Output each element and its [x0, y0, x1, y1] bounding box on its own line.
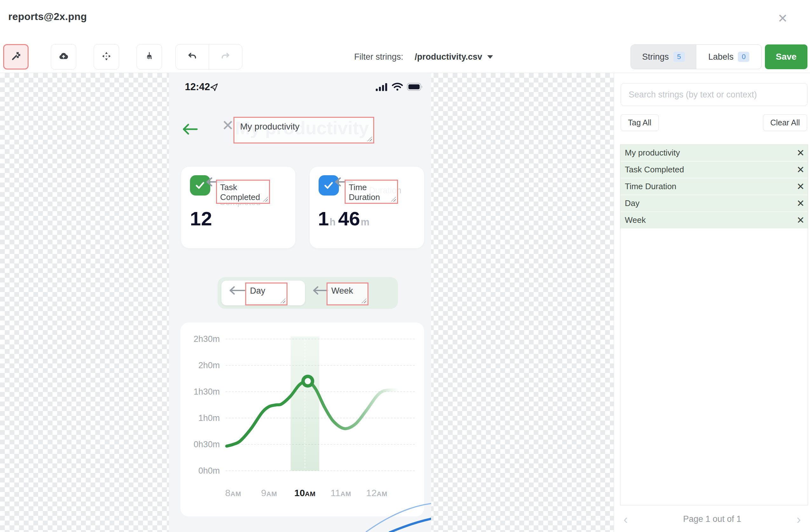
move-tool-button[interactable] [94, 44, 119, 69]
string-row[interactable]: My productivity ✕ [620, 145, 808, 162]
chart-line-series [227, 381, 398, 446]
duration-hours-unit: h [329, 216, 336, 228]
tab-strings-label: Strings [642, 52, 669, 62]
annotation-resize-handle[interactable] [263, 197, 268, 202]
remove-string-icon[interactable]: ✕ [797, 195, 805, 211]
tag-pointer-arrow-icon [228, 286, 246, 297]
string-text: My productivity [620, 148, 680, 158]
brush-icon [144, 51, 155, 63]
string-row[interactable]: Day ✕ [620, 195, 808, 212]
strings-count-badge: 5 [674, 52, 685, 62]
duration-minutes: 46 [338, 207, 360, 230]
x-tick-label: 8AM [225, 487, 241, 498]
remove-string-icon[interactable]: ✕ [797, 162, 805, 178]
time-duration-value: 1h46m [318, 207, 372, 230]
annotation-week-text: Week [327, 283, 368, 296]
save-button[interactable]: Save [765, 45, 808, 69]
filter-file-value: /productivity.csv [415, 52, 483, 62]
annotation-box-week[interactable]: Week [326, 283, 369, 305]
battery-icon [407, 83, 423, 92]
wifi-icon [392, 83, 403, 93]
tasks-completed-value: 12 [190, 207, 212, 230]
annotation-box-task-completed[interactable]: Task Completed [216, 180, 270, 204]
redo-button[interactable] [209, 45, 242, 69]
upload-tool-button[interactable] [51, 44, 76, 69]
decorative-blue-curves [336, 496, 431, 532]
editor-canvas[interactable]: 12:42 [0, 73, 614, 532]
clear-all-button[interactable]: Clear All [763, 114, 807, 131]
toolbar: Filter strings: /productivity.csv String… [0, 40, 810, 73]
remove-string-icon[interactable]: ✕ [797, 212, 805, 228]
string-row[interactable]: Time Duration ✕ [620, 178, 808, 195]
undo-redo-group [175, 44, 242, 69]
card-time-duration: Time Duration Time Duration 1h46m [310, 167, 424, 248]
search-input[interactable] [621, 83, 808, 106]
string-text: Day [620, 198, 639, 208]
annotation-resize-handle[interactable] [391, 197, 396, 202]
filter-strings-label: Filter strings: [354, 52, 403, 62]
tab-strings[interactable]: Strings 5 [631, 45, 696, 69]
document-title: reports@2x.png [8, 11, 87, 22]
pagination: ‹ Page 1 out of 1 › [614, 512, 810, 528]
annotation-resize-handle[interactable] [367, 136, 372, 141]
upload-cloud-icon [59, 51, 69, 63]
brush-tool-button[interactable] [136, 44, 162, 69]
annotation-resize-handle[interactable] [280, 298, 285, 303]
annotation-box-title[interactable]: My productivity [233, 117, 374, 144]
annotation-box-day[interactable]: Day [245, 283, 288, 305]
chevron-down-icon [487, 55, 493, 59]
string-row[interactable]: Task Completed ✕ [620, 162, 808, 178]
move-icon [101, 51, 112, 63]
x-tick-label: 10AM [294, 487, 315, 498]
chevron-right-icon[interactable]: › [797, 512, 801, 527]
annotation-time-text: Time Duration [345, 181, 384, 202]
card-task-completed: Task Completed Task Completed 12 [181, 167, 295, 248]
magic-wand-tool-button[interactable] [3, 44, 29, 69]
magic-wand-icon [11, 51, 21, 63]
remove-string-icon[interactable]: ✕ [797, 145, 805, 161]
screen-close-x-icon: ✕ [222, 117, 234, 134]
string-text: Task Completed [620, 165, 684, 174]
labels-count-badge: 0 [738, 52, 749, 62]
productivity-chart-card: 0h0m0h30m1h0m1h30m2h0m2h30m [180, 322, 424, 516]
redo-icon [221, 51, 231, 63]
remove-string-icon[interactable]: ✕ [797, 178, 805, 195]
tag-all-button[interactable]: Tag All [621, 114, 659, 131]
string-text: Time Duration [620, 182, 676, 192]
dialog-titlebar: reports@2x.png ✕ [0, 0, 810, 40]
annotation-resize-handle[interactable] [361, 298, 366, 303]
day-week-toggle: Day Day Week Week [217, 277, 398, 309]
status-bar-time: 12:42 [185, 81, 210, 93]
screenshot-phone-mockup: 12:42 [169, 73, 431, 532]
annotation-task-text: Task Completed [217, 181, 261, 202]
strings-sidebar: Tag All Clear All My productivity ✕ Task… [614, 73, 810, 532]
strings-list: My productivity ✕ Task Completed ✕ Time … [620, 145, 808, 505]
string-row[interactable]: Week ✕ [620, 212, 808, 229]
back-arrow-icon [182, 122, 198, 137]
signal-bars-icon [376, 83, 388, 93]
pagination-text: Page 1 out of 1 [614, 514, 810, 524]
chart-peak-marker [303, 377, 312, 386]
x-tick-label: 9AM [261, 487, 277, 498]
duration-hours: 1 [318, 207, 329, 230]
string-text: Week [620, 215, 646, 225]
tab-labels[interactable]: Labels 0 [696, 45, 761, 69]
duration-minutes-unit: m [360, 216, 369, 228]
undo-button[interactable] [176, 45, 209, 69]
close-icon[interactable]: ✕ [774, 10, 792, 27]
annotation-day-text: Day [246, 283, 287, 296]
status-bar-icons [376, 83, 423, 93]
string-tagging-editor: reports@2x.png ✕ [0, 0, 810, 532]
location-arrow-icon [210, 83, 218, 93]
panel-tabs: Strings 5 Labels 0 [631, 45, 762, 69]
tab-labels-label: Labels [708, 52, 734, 62]
annotation-box-time-duration[interactable]: Time Duration [345, 180, 398, 204]
undo-icon [187, 51, 197, 63]
annotation-title-text: My productivity [234, 118, 373, 132]
filter-file-dropdown[interactable]: /productivity.csv [415, 52, 493, 62]
filter-strings-control: Filter strings: /productivity.csv [354, 40, 493, 73]
